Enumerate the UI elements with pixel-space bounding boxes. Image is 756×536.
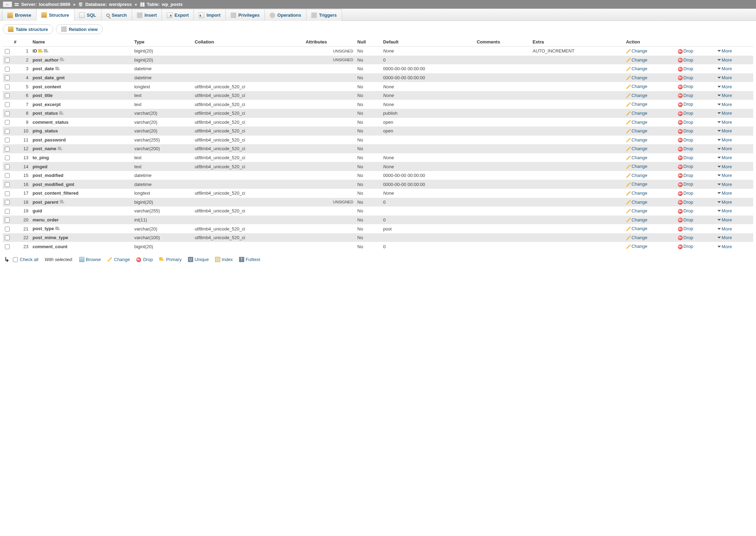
tab-browse[interactable]: Browse [2, 9, 36, 21]
row-checkbox[interactable] [5, 58, 10, 63]
row-checkbox[interactable] [5, 93, 10, 98]
action-more[interactable]: More [715, 100, 753, 109]
row-checkbox[interactable] [5, 138, 10, 143]
tab-triggers[interactable]: Triggers [306, 9, 342, 21]
action-index[interactable]: Index [215, 257, 233, 262]
action-change[interactable]: Change [624, 180, 676, 189]
check-all-checkbox[interactable] [13, 257, 18, 262]
action-change[interactable]: Change [624, 100, 676, 109]
action-unique[interactable]: U Unique [188, 257, 209, 262]
action-change[interactable]: Change [624, 242, 676, 251]
row-checkbox[interactable] [5, 244, 10, 249]
tab-operations[interactable]: Operations [264, 9, 306, 21]
relation-view-tab[interactable]: Relation view [56, 24, 103, 34]
row-checkbox[interactable] [5, 120, 10, 125]
action-more[interactable]: More [715, 162, 753, 171]
row-checkbox[interactable] [5, 111, 10, 116]
action-change[interactable]: Change [624, 91, 676, 100]
action-change[interactable]: Change [624, 82, 676, 91]
action-drop[interactable]: Drop [676, 153, 715, 162]
action-change[interactable]: Change [624, 64, 676, 73]
action-change[interactable]: Change [624, 171, 676, 180]
check-all-wrap[interactable]: Check all [13, 257, 38, 262]
action-drop[interactable]: Drop [676, 242, 715, 251]
action-more[interactable]: More [715, 127, 753, 136]
row-checkbox[interactable] [5, 102, 10, 107]
action-more[interactable]: More [715, 64, 753, 73]
action-change[interactable]: Change [624, 144, 676, 153]
action-more[interactable]: More [715, 171, 753, 180]
action-change[interactable]: Change [624, 73, 676, 82]
action-change[interactable]: Change [624, 224, 676, 233]
action-drop[interactable]: Drop [676, 73, 715, 82]
server-link[interactable]: localhost:8889 [39, 2, 70, 7]
row-checkbox[interactable] [5, 218, 10, 222]
row-checkbox[interactable] [5, 227, 10, 232]
tab-sql[interactable]: SQL [74, 9, 101, 21]
action-drop[interactable]: Drop [676, 56, 715, 65]
tab-import[interactable]: Import [194, 9, 225, 21]
action-drop[interactable]: Drop [676, 144, 715, 153]
action-change[interactable]: Change [107, 257, 130, 262]
row-checkbox[interactable] [5, 200, 10, 205]
action-more[interactable]: More [715, 82, 753, 91]
action-change[interactable]: Change [624, 162, 676, 171]
tab-insert[interactable]: Insert [132, 9, 162, 21]
action-more[interactable]: More [715, 224, 753, 233]
action-more[interactable]: More [715, 144, 753, 153]
action-drop[interactable]: Drop [676, 109, 715, 118]
database-link[interactable]: wordpress [109, 2, 132, 7]
row-checkbox[interactable] [5, 155, 10, 160]
row-checkbox[interactable] [5, 191, 10, 196]
row-checkbox[interactable] [5, 164, 10, 169]
action-more[interactable]: More [715, 206, 753, 216]
action-change[interactable]: Change [624, 136, 676, 145]
action-change[interactable]: Change [624, 56, 676, 65]
row-checkbox[interactable] [5, 182, 10, 187]
action-drop[interactable]: Drop [676, 91, 715, 100]
action-change[interactable]: Change [624, 233, 676, 242]
action-drop[interactable]: Drop [676, 198, 715, 207]
action-more[interactable]: More [715, 109, 753, 118]
action-browse[interactable]: Browse [79, 257, 101, 262]
row-checkbox[interactable] [5, 147, 10, 152]
action-more[interactable]: More [715, 56, 753, 65]
action-drop[interactable]: Drop [676, 216, 715, 225]
row-checkbox[interactable] [5, 84, 10, 89]
action-fulltext[interactable]: T Fulltext [239, 257, 260, 262]
tab-structure[interactable]: Structure [36, 9, 74, 21]
action-change[interactable]: Change [624, 127, 676, 136]
action-change[interactable]: Change [624, 198, 676, 207]
action-drop[interactable]: Drop [676, 171, 715, 180]
back-button[interactable]: ← [3, 1, 12, 7]
tab-privileges[interactable]: Privileges [225, 9, 265, 21]
action-drop[interactable]: Drop [676, 127, 715, 136]
action-drop[interactable]: Drop [676, 189, 715, 198]
action-drop[interactable]: Drop [676, 64, 715, 73]
action-drop[interactable]: Drop [676, 82, 715, 91]
action-more[interactable]: More [715, 189, 753, 198]
action-more[interactable]: More [715, 136, 753, 145]
action-primary[interactable]: Primary [159, 257, 182, 262]
action-drop[interactable]: Drop [676, 224, 715, 233]
row-checkbox[interactable] [5, 173, 10, 178]
action-change[interactable]: Change [624, 109, 676, 118]
action-drop[interactable]: Drop [136, 257, 153, 262]
action-more[interactable]: More [715, 242, 753, 251]
action-more[interactable]: More [715, 198, 753, 207]
row-checkbox[interactable] [5, 209, 10, 214]
action-change[interactable]: Change [624, 153, 676, 162]
action-drop[interactable]: Drop [676, 180, 715, 189]
action-drop[interactable]: Drop [676, 233, 715, 242]
action-drop[interactable]: Drop [676, 206, 715, 216]
action-drop[interactable]: Drop [676, 100, 715, 109]
table-link[interactable]: wp_posts [162, 2, 183, 7]
action-more[interactable]: More [715, 118, 753, 127]
action-drop[interactable]: Drop [676, 162, 715, 171]
action-change[interactable]: Change [624, 189, 676, 198]
action-more[interactable]: More [715, 91, 753, 100]
row-checkbox[interactable] [5, 235, 10, 240]
row-checkbox[interactable] [5, 129, 10, 134]
tab-export[interactable]: Export [162, 9, 194, 21]
action-drop[interactable]: Drop [676, 47, 715, 56]
